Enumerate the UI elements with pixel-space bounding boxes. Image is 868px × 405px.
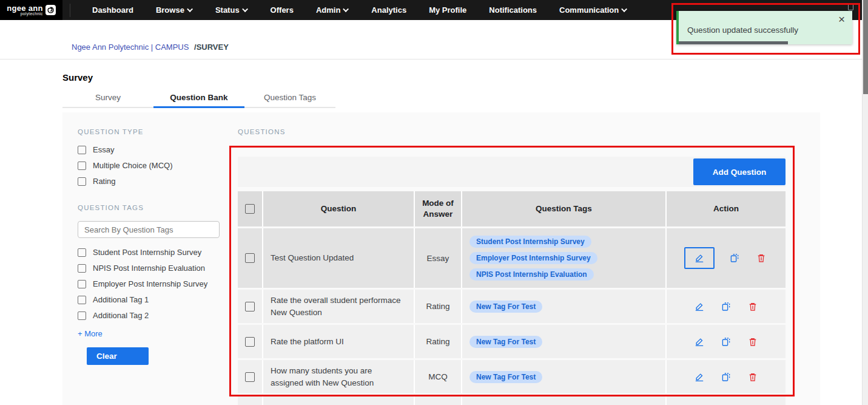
- table-row: Rate the platform UIRatingNew Tag For Te…: [238, 325, 786, 358]
- checkbox[interactable]: [78, 311, 86, 320]
- toast-progress-bar: [679, 41, 788, 44]
- action-cell: [667, 360, 786, 393]
- nav-item-label: Offers: [271, 5, 294, 15]
- edit-icon[interactable]: [693, 370, 706, 384]
- question-type-option-essay[interactable]: Essay: [78, 145, 235, 154]
- select-all-checkbox[interactable]: [245, 204, 255, 214]
- nav-item-label: My Profile: [429, 5, 466, 15]
- table-body: Test Question UpdatedEssayStudent Post I…: [238, 228, 786, 405]
- nav-item-browse[interactable]: Browse: [156, 5, 193, 15]
- close-icon[interactable]: ×: [838, 13, 845, 25]
- checkbox[interactable]: [78, 264, 86, 273]
- nav-item-notifications[interactable]: Notifications: [489, 5, 537, 15]
- nav-item-my-profile[interactable]: My Profile: [429, 5, 466, 15]
- breadcrumb-current: /SURVEY: [194, 43, 229, 52]
- question-tag-option-npis-post-internship-evaluation[interactable]: NPIS Post Internship Evaluation: [78, 264, 235, 273]
- header-cell-question: Question: [263, 191, 415, 226]
- toast-message: Question updated successfully: [687, 26, 798, 35]
- copy-icon[interactable]: [719, 300, 733, 313]
- toast-notification: Question updated successfully ×: [676, 11, 852, 44]
- checkbox[interactable]: [78, 177, 86, 186]
- mode-of-answer-cell: Rating: [415, 325, 462, 358]
- mode-of-answer-cell: Rating: [415, 290, 462, 323]
- ngee-ann-logo[interactable]: ngee ann polytechnic: [0, 0, 62, 20]
- question-type-option-rating[interactable]: Rating: [78, 177, 235, 186]
- checkbox-label: Student Post Internship Survey: [93, 248, 201, 257]
- checkbox[interactable]: [78, 146, 86, 154]
- question-tag-pill: New Tag For Test: [469, 371, 542, 383]
- question-cell: Which organization you are New Question: [263, 395, 415, 405]
- more-tags-link[interactable]: + More: [78, 329, 103, 338]
- question-type-options: EssayMultiple Choice (MCQ)Rating: [78, 145, 235, 186]
- content-panel: QUESTION TYPE EssayMultiple Choice (MCQ)…: [62, 112, 820, 405]
- row-checkbox[interactable]: [245, 253, 255, 263]
- delete-icon[interactable]: [746, 335, 759, 349]
- copy-icon[interactable]: [719, 370, 733, 384]
- chevron-down-icon: [242, 6, 248, 12]
- header-cell-action: Action: [667, 191, 786, 226]
- tab-question-tags[interactable]: Question Tags: [244, 87, 335, 107]
- row-checkbox[interactable]: [245, 372, 255, 382]
- question-cell: How many students you are assigned with …: [263, 360, 415, 393]
- chevron-down-icon: [187, 6, 193, 12]
- checkbox[interactable]: [78, 162, 86, 170]
- delete-icon[interactable]: [755, 251, 768, 265]
- nav-item-admin[interactable]: Admin: [316, 5, 349, 15]
- question-type-option-multiple-choice-mcq-[interactable]: Multiple Choice (MCQ): [78, 161, 235, 170]
- breadcrumb-root-link[interactable]: Ngee Ann Polytechnic | CAMPUS: [72, 43, 189, 52]
- row-checkbox[interactable]: [245, 302, 255, 311]
- vertical-scrollbar[interactable]: [862, 0, 868, 405]
- header-cell-tags: Question Tags: [462, 191, 667, 226]
- question-tag-pill: New Tag For Test: [469, 336, 542, 348]
- tag-search-input[interactable]: [78, 221, 220, 238]
- clipboard-icon[interactable]: [848, 4, 853, 10]
- header-divider: [0, 59, 868, 60]
- filter-sidebar: QUESTION TYPE EssayMultiple Choice (MCQ)…: [78, 128, 235, 365]
- nav-item-communication[interactable]: Communication: [559, 5, 627, 15]
- tab-bar: SurveyQuestion BankQuestion Tags: [62, 87, 335, 108]
- copy-icon[interactable]: [719, 335, 733, 349]
- tab-question-bank[interactable]: Question Bank: [153, 87, 244, 107]
- edit-icon[interactable]: [693, 251, 706, 265]
- nav-item-analytics[interactable]: Analytics: [371, 5, 406, 15]
- questions-table: Add Question Question Mode of Answer Que…: [238, 157, 786, 405]
- checkbox[interactable]: [78, 248, 86, 257]
- mode-of-answer-cell: MCQ: [415, 395, 462, 405]
- checkbox-label: Additional Tag 2: [93, 311, 149, 320]
- copy-icon[interactable]: [728, 251, 741, 265]
- nav-item-status[interactable]: Status: [215, 5, 248, 15]
- question-tags-heading: QUESTION TAGS: [78, 204, 235, 211]
- question-tag-pill: Student Post Internship Survey: [469, 236, 591, 248]
- action-cell: [667, 228, 786, 288]
- row-select-cell: [238, 228, 263, 288]
- edit-button-focused[interactable]: [684, 247, 715, 269]
- question-tag-option-student-post-internship-survey[interactable]: Student Post Internship Survey: [78, 248, 235, 257]
- action-cell: [667, 325, 786, 358]
- question-tag-option-additional-tag-2[interactable]: Additional Tag 2: [78, 311, 235, 320]
- nav-items: DashboardBrowseStatusOffersAdminAnalytic…: [92, 5, 627, 15]
- row-select-cell: [238, 395, 263, 405]
- checkbox-label: Additional Tag 1: [93, 295, 149, 304]
- question-tag-option-additional-tag-1[interactable]: Additional Tag 1: [78, 295, 235, 304]
- chevron-down-icon: [621, 6, 627, 12]
- nav-item-label: Communication: [559, 5, 619, 15]
- add-question-button[interactable]: Add Question: [693, 158, 786, 185]
- logo-text: ngee ann polytechnic: [7, 4, 42, 16]
- nav-item-dashboard[interactable]: Dashboard: [92, 5, 133, 15]
- header-cell-select: [238, 191, 263, 226]
- table-row: How many students you are assigned with …: [238, 360, 786, 393]
- page-title: Survey: [62, 72, 93, 83]
- nav-item-offers[interactable]: Offers: [271, 5, 294, 15]
- checkbox[interactable]: [78, 296, 86, 304]
- tab-survey[interactable]: Survey: [62, 87, 153, 107]
- checkbox[interactable]: [78, 280, 86, 288]
- delete-icon[interactable]: [746, 370, 759, 384]
- scrollbar-thumb[interactable]: [863, 0, 868, 94]
- question-tag-option-employer-post-internship-survey[interactable]: Employer Post Internship Survey: [78, 279, 235, 288]
- edit-icon[interactable]: [693, 300, 706, 313]
- edit-icon[interactable]: [693, 335, 706, 349]
- action-cell: [667, 395, 786, 405]
- clear-filters-button[interactable]: Clear: [87, 347, 149, 365]
- delete-icon[interactable]: [746, 300, 759, 313]
- row-checkbox[interactable]: [245, 337, 255, 347]
